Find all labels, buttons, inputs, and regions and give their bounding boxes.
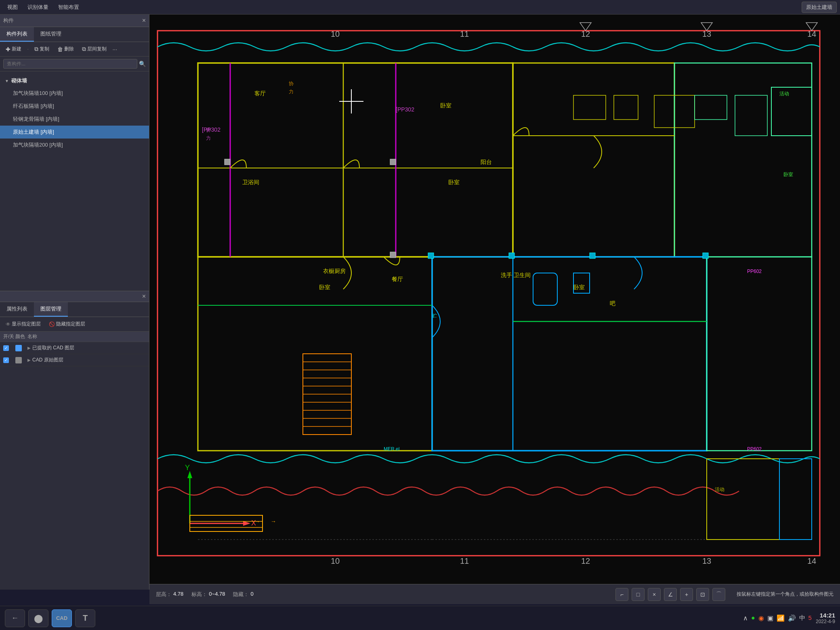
new-button[interactable]: ✚ 新建	[3, 44, 24, 54]
hide-layer-label: 隐藏指定图层	[56, 321, 85, 328]
cad-app-icon: CAD	[56, 615, 67, 621]
svg-text:活动: 活动	[715, 487, 724, 492]
cad-viewport[interactable]: [PP302 [PP302 客厅 卫浴间 卧室 衣橱厨房 餐厅 洗手 卫生间 卧…	[149, 15, 840, 604]
tray-social-icon[interactable]: ◉	[758, 614, 764, 622]
svg-rect-29	[390, 159, 396, 165]
text-app-icon: T	[83, 613, 88, 623]
copy-layer-button[interactable]: ⧉ 层间复制	[80, 44, 109, 54]
layer-table-header: 开/关 颜色 名称	[0, 332, 149, 342]
lower-left-panel: × 属性列表 图层管理 👁 显示指定图层 🚫 隐藏指定图层 开/关 颜色 名称 …	[0, 291, 149, 444]
show-layer-label: 显示指定图层	[12, 321, 41, 328]
clock-date: 2022-4-9	[816, 619, 835, 624]
svg-text:11: 11	[460, 556, 469, 565]
tray-storage-icon[interactable]: ▣	[767, 614, 773, 622]
menu-identify[interactable]: 识别体量	[23, 2, 52, 13]
status-hint: 按鼠标左键指定第一个角点，或拾取构件图元	[737, 591, 834, 598]
tab-properties[interactable]: 属性列表	[0, 302, 34, 317]
svg-text:PP602: PP602	[747, 446, 762, 452]
taskbar-home-btn[interactable]: ⬤	[28, 609, 48, 627]
panel-close-icon[interactable]: ×	[142, 17, 146, 24]
svg-text:MER.el: MER.el	[384, 446, 399, 452]
layer-row-0[interactable]: ▶ 已提取的 CAD 图层	[0, 342, 149, 354]
svg-text:卧室: 卧室	[440, 102, 452, 109]
tab-drawing-management[interactable]: 图纸管理	[34, 27, 68, 42]
menu-smart-layout[interactable]: 智能布置	[54, 2, 83, 13]
col-name: 名称	[27, 333, 146, 340]
hidden-value: 0	[250, 591, 253, 598]
list-item-2[interactable]: 轻钢龙骨隔墙 [内墙]	[0, 113, 149, 126]
svg-text:衣橱厨房: 衣橱厨房	[323, 268, 346, 274]
layer-expand-icon-0[interactable]: ▶	[27, 346, 31, 350]
tray-ime-icon[interactable]: 中	[799, 614, 805, 622]
svg-text:卧室: 卧室	[573, 284, 585, 290]
layer-name-1: ▶ CAD 原始图层	[27, 357, 146, 363]
lower-panel-close-icon[interactable]: ×	[142, 293, 146, 300]
layer-row-1[interactable]: ▶ CAD 原始图层	[0, 354, 149, 366]
elevation-label: 标高：	[191, 591, 207, 598]
list-item-3[interactable]: 原始土建墙 [内墙]	[0, 126, 149, 139]
svg-text:10: 10	[331, 556, 340, 565]
list-item-4[interactable]: 加气块隔墙200 [内墙]	[0, 139, 149, 151]
tool-camera-icon[interactable]: ⊡	[696, 588, 709, 601]
top-menubar: 视图 识别体量 智能布置 原始土建墙	[0, 0, 840, 15]
tool-corner-icon[interactable]: ⌐	[615, 588, 628, 601]
tray-volume-icon[interactable]: 🔊	[788, 614, 796, 622]
back-icon: ←	[11, 614, 19, 622]
svg-text:→: →	[271, 518, 276, 525]
show-layer-icon: 👁	[6, 321, 10, 327]
svg-text:[PP302: [PP302	[202, 126, 220, 133]
component-panel-tabs: 构件列表 图纸管理	[0, 27, 149, 42]
tray-number-icon[interactable]: 5	[808, 614, 812, 622]
svg-rect-30	[390, 252, 396, 258]
hidden-count-item: 隐藏： 0	[233, 591, 253, 598]
search-bar: 🔍	[0, 57, 149, 71]
mode-dropdown[interactable]: 原始土建墙	[802, 2, 837, 13]
layer-expand-icon-1[interactable]: ▶	[27, 358, 31, 362]
layer-name-0: ▶ 已提取的 CAD 图层	[27, 344, 146, 351]
search-input[interactable]	[3, 59, 137, 69]
tray-chat-icon[interactable]: ●	[751, 614, 755, 622]
layer-panel-tabs: 属性列表 图层管理	[0, 302, 149, 317]
tray-chevron-icon[interactable]: ∧	[743, 614, 748, 622]
top-right-menu: 原始土建墙	[802, 2, 837, 13]
tool-angle-icon[interactable]: ∠	[664, 588, 677, 601]
category-masonry-wall[interactable]: ▼ 砌体墙	[0, 75, 149, 87]
col-color: 颜色	[15, 333, 27, 340]
status-bar: 层高： 4.78 标高： 0~4.78 隐藏： 0 ⌐ □ × ∠ + ⊡ ⌒ …	[149, 584, 840, 604]
layer-checkbox-1[interactable]	[3, 357, 9, 363]
delete-label: 删除	[64, 46, 74, 52]
hide-layer-btn[interactable]: 🚫 隐藏指定图层	[46, 319, 88, 329]
menu-view[interactable]: 视图	[3, 2, 22, 13]
list-item-1[interactable]: 纤石板隔墙 [内墙]	[0, 100, 149, 113]
svg-text:12: 12	[581, 556, 590, 565]
tool-rect-icon[interactable]: □	[632, 588, 645, 601]
svg-rect-34	[590, 253, 595, 258]
tool-curve-icon[interactable]: ⌒	[712, 588, 725, 601]
tab-layer-management[interactable]: 图层管理	[34, 302, 68, 317]
taskbar-cad-btn[interactable]: CAD	[52, 609, 72, 627]
tool-cross-icon[interactable]: ×	[648, 588, 661, 601]
status-tools: ⌐ □ × ∠ + ⊡ ⌒	[615, 588, 725, 601]
taskbar-text-btn[interactable]: T	[75, 609, 95, 627]
taskbar-back-btn[interactable]: ←	[5, 609, 25, 627]
cad-drawing[interactable]: [PP302 [PP302 客厅 卫浴间 卧室 衣橱厨房 餐厅 洗手 卫生间 卧…	[149, 15, 840, 604]
svg-text:13: 13	[702, 556, 711, 565]
show-layer-btn[interactable]: 👁 显示指定图层	[3, 319, 43, 329]
svg-text:力: 力	[289, 89, 294, 94]
copy-button[interactable]: ⧉ 复制	[32, 44, 52, 54]
hide-layer-icon: 🚫	[49, 321, 55, 327]
svg-text:[PP302: [PP302	[396, 106, 414, 113]
delete-button[interactable]: 🗑 删除	[55, 44, 76, 54]
svg-text:卧室: 卧室	[319, 284, 330, 290]
list-item-0[interactable]: 加气块隔墙100 [内墙]	[0, 87, 149, 100]
hidden-label: 隐藏：	[233, 591, 249, 598]
toolbar-more-icon[interactable]: ···	[112, 46, 117, 52]
tray-wifi-icon[interactable]: 📶	[777, 614, 785, 622]
tool-plus-icon[interactable]: +	[680, 588, 693, 601]
layer-checkbox-0[interactable]	[3, 345, 9, 351]
svg-rect-31	[225, 159, 230, 165]
copy-layer-icon: ⧉	[82, 46, 86, 52]
copy-label: 复制	[40, 46, 49, 52]
floor-height-label: 层高：	[156, 591, 172, 598]
tab-component-list[interactable]: 构件列表	[0, 27, 34, 42]
